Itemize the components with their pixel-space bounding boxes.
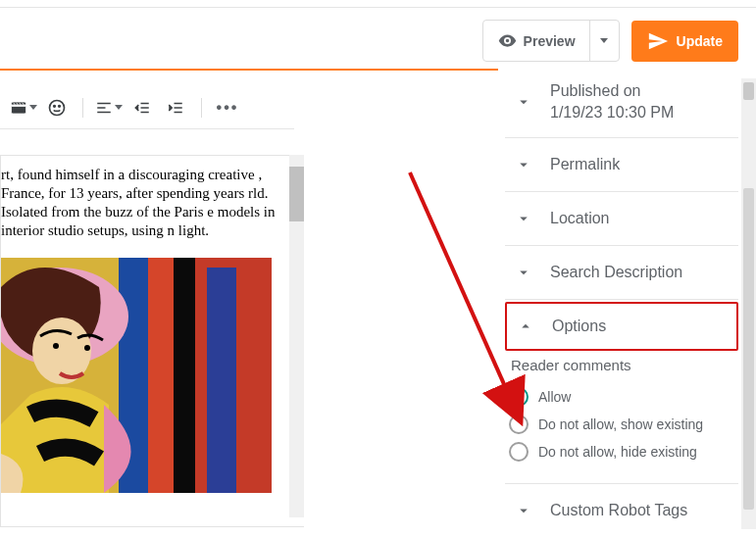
custom-robots-label: Custom Robot Tags: [550, 500, 687, 521]
options-label: Options: [552, 316, 606, 337]
svg-rect-17: [207, 268, 236, 493]
align-left-icon: [95, 99, 113, 117]
more-icon: •••: [217, 99, 239, 117]
svg-point-2: [59, 105, 61, 107]
editor-content[interactable]: rt, found himself in a discouraging crea…: [0, 155, 304, 527]
svg-point-21: [84, 345, 90, 351]
editor-toolbar: •••: [0, 86, 294, 129]
scroll-button-up[interactable]: [743, 82, 754, 100]
annotation-arrow: [404, 167, 531, 445]
chevron-down-icon: [115, 105, 123, 110]
svg-rect-15: [174, 258, 195, 493]
indent-button[interactable]: [162, 94, 189, 122]
chevron-down-icon: [600, 38, 608, 43]
editor-scrollbar[interactable]: [289, 155, 304, 517]
page-scrollbar[interactable]: [741, 78, 756, 529]
preview-dropdown[interactable]: [589, 21, 619, 61]
chevron-down-icon: [515, 93, 532, 111]
panel-permalink[interactable]: Permalink: [505, 138, 738, 192]
outdent-button[interactable]: [128, 94, 156, 122]
emoji-button[interactable]: [43, 94, 71, 122]
preview-label: Preview: [524, 33, 576, 49]
published-label: Published on: [550, 80, 674, 102]
outdent-icon: [133, 99, 151, 117]
published-date: 1/19/23 10:30 PM: [550, 102, 674, 123]
preview-split: Preview: [482, 20, 620, 62]
svg-rect-14: [148, 258, 174, 493]
permalink-label: Permalink: [550, 154, 620, 175]
radio-no-allow-hide[interactable]: Do not allow, hide existing: [505, 438, 738, 465]
clapper-icon: [10, 98, 27, 118]
radio-no-allow-show[interactable]: Do not allow, show existing: [505, 411, 738, 438]
radio-icon: [509, 442, 529, 462]
panel-search-description[interactable]: Search Description: [505, 246, 738, 300]
options-header[interactable]: Options: [505, 302, 738, 351]
more-button[interactable]: •••: [214, 94, 241, 122]
send-icon: [647, 30, 669, 52]
panel-location[interactable]: Location: [505, 192, 738, 246]
chevron-down-icon: [29, 105, 37, 110]
search-desc-label: Search Description: [550, 262, 682, 283]
panel-custom-robots[interactable]: Custom Robot Tags: [505, 484, 738, 537]
scroll-thumb[interactable]: [743, 188, 754, 510]
radio-allow[interactable]: Allow: [505, 383, 738, 411]
separator: [201, 98, 202, 118]
reader-comments-label: Reader comments: [505, 353, 738, 383]
radio-hide-label: Do not allow, hide existing: [538, 444, 697, 461]
update-button[interactable]: Update: [631, 21, 738, 62]
radio-allow-label: Allow: [538, 389, 571, 406]
editor-divider: [0, 69, 498, 71]
settings-sidebar: Published on 1/19/23 10:30 PM Permalink …: [505, 71, 738, 537]
video-button[interactable]: [10, 94, 37, 122]
chevron-down-icon: [515, 502, 532, 519]
align-button[interactable]: [95, 94, 123, 122]
svg-point-20: [53, 343, 59, 349]
smiley-icon: [47, 98, 67, 118]
indent-icon: [167, 99, 184, 117]
separator: [82, 98, 83, 118]
svg-point-1: [54, 105, 56, 107]
svg-point-0: [50, 100, 65, 115]
preview-button[interactable]: Preview: [483, 21, 589, 61]
radio-show-label: Do not allow, show existing: [538, 416, 703, 433]
svg-line-22: [410, 172, 520, 419]
eye-icon: [497, 30, 518, 51]
content-image: [1, 258, 272, 493]
panel-published[interactable]: Published on 1/19/23 10:30 PM: [505, 71, 738, 138]
update-label: Update: [677, 33, 723, 49]
panel-options: Options Reader comments Allow Do not all…: [505, 302, 738, 484]
body-text: rt, found himself in a discouraging crea…: [1, 156, 304, 250]
location-label: Location: [550, 208, 610, 229]
scroll-thumb[interactable]: [289, 167, 304, 221]
